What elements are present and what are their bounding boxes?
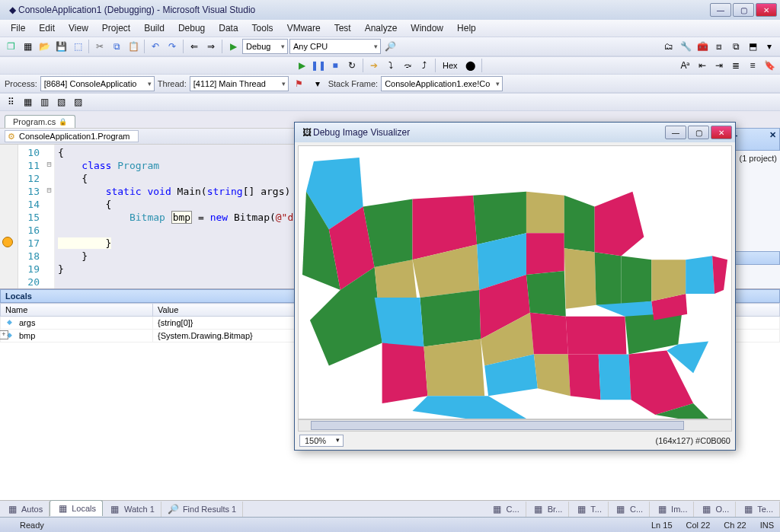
rtab[interactable]: ▦T... [569, 502, 609, 517]
svg-marker-20 [526, 233, 564, 275]
pixel-readout: (164x127) #C0B060 [656, 436, 730, 445]
rtab[interactable]: ▦Te... [736, 502, 780, 517]
menu-file[interactable]: File [5, 21, 31, 35]
breakpoints-icon[interactable]: ⬤ [463, 58, 478, 73]
thread-flag-icon[interactable]: ⚑ [292, 76, 307, 91]
platform-dropdown[interactable]: Any CPU [289, 39, 381, 54]
nav-fwd-icon[interactable]: ⇒ [203, 39, 219, 54]
zoom-dropdown[interactable]: 150% [299, 435, 344, 447]
tab-locals[interactable]: ▦Locals [50, 500, 103, 516]
minimize-button[interactable]: — [710, 3, 731, 17]
solution-config-dropdown[interactable]: Debug [242, 39, 288, 54]
text-editor-icon[interactable]: Aᵃ [678, 58, 693, 73]
cut-icon[interactable]: ✂ [92, 39, 107, 54]
menu-debug[interactable]: Debug [172, 21, 211, 35]
menu-project[interactable]: Project [96, 21, 136, 35]
pause-icon[interactable]: ❚❚ [311, 58, 326, 73]
menu-edit[interactable]: Edit [33, 21, 61, 35]
show-next-stmt-icon[interactable]: ➔ [366, 58, 382, 73]
rtab[interactable]: ▦Im... [650, 502, 694, 517]
bookmark-icon[interactable]: 🔖 [762, 58, 777, 73]
col-name[interactable]: Name [1, 304, 153, 317]
redo-icon[interactable]: ↷ [165, 39, 180, 54]
class-breadcrumb[interactable]: ConsoleApplication1.Program [5, 130, 139, 142]
visualizer-title: Debug Image Visualizer [313, 127, 665, 138]
save-all-icon[interactable]: ⬚ [70, 39, 85, 54]
debug-image-visualizer-window[interactable]: 🖼 Debug Image Visualizer — ▢ ✕ [294, 122, 736, 451]
visualizer-hscrollbar[interactable] [298, 419, 732, 432]
tab-program-cs[interactable]: Program.cs 🔒 [5, 115, 75, 128]
save-icon[interactable]: 💾 [53, 39, 69, 54]
step-out-icon[interactable]: ⤴ [417, 58, 432, 73]
tool-icon[interactable]: ▥ [37, 94, 52, 110]
stack-label: Stack Frame: [328, 79, 378, 88]
menu-window[interactable]: Window [404, 21, 449, 35]
tab-watch1[interactable]: ▦Watch 1 [103, 502, 161, 517]
tool-icon[interactable]: ▦ [20, 94, 35, 110]
outdent-icon[interactable]: ⇥ [711, 58, 727, 73]
visualizer-canvas[interactable] [298, 145, 732, 419]
indent-icon[interactable]: ⇤ [695, 58, 710, 73]
bottom-tabs: ▦Autos ▦Locals ▦Watch 1 🔎Find Results 1 … [0, 500, 780, 517]
tool-icon[interactable]: ▨ [70, 94, 85, 110]
more-icon[interactable]: ▾ [762, 39, 777, 54]
comment-icon[interactable]: ≣ [728, 58, 743, 73]
line-numbers: 1011121314151617181920 [18, 145, 44, 288]
rtab[interactable]: ▦Br... [526, 502, 570, 517]
stop-icon[interactable]: ■ [328, 58, 343, 73]
new-project-icon[interactable]: ❐ [3, 39, 18, 54]
add-item-icon[interactable]: ▦ [20, 39, 35, 54]
rtab[interactable]: ▦O... [694, 502, 736, 517]
menu-vmware[interactable]: VMware [281, 21, 327, 35]
hex-toggle[interactable]: Hex [439, 58, 462, 73]
menu-help[interactable]: Help [451, 21, 482, 35]
rtab[interactable]: ▦C... [609, 502, 650, 517]
tool-icon[interactable]: ▧ [53, 94, 69, 110]
menu-tools[interactable]: Tools [246, 21, 280, 35]
tab-autos[interactable]: ▦Autos [0, 502, 50, 517]
uncomment-icon[interactable]: ≡ [745, 58, 760, 73]
toolbox-icon[interactable]: 🧰 [695, 39, 710, 54]
viz-close-button[interactable]: ✕ [711, 126, 732, 139]
menu-data[interactable]: Data [213, 21, 244, 35]
properties-icon[interactable]: 🔧 [678, 39, 693, 54]
thread-dropdown[interactable]: [4112] Main Thread [190, 76, 289, 91]
continue-icon[interactable]: ▶ [294, 58, 309, 73]
start-debug-icon[interactable]: ▶ [225, 39, 241, 54]
copy-icon[interactable]: ⧉ [109, 39, 124, 54]
titlebar: ◆ ConsoleApplication1 (Debugging) - Micr… [0, 0, 780, 20]
tab-findresults[interactable]: 🔎Find Results 1 [161, 502, 243, 517]
maximize-button[interactable]: ▢ [733, 3, 754, 17]
nav-back-icon[interactable]: ⇐ [187, 39, 202, 54]
thread-filter-icon[interactable]: ▾ [310, 76, 325, 91]
app-icon: ◆ [6, 4, 18, 16]
var-bmp[interactable]: bmp [1, 330, 153, 342]
start-page-icon[interactable]: ⬒ [745, 39, 760, 54]
scroll-thumb[interactable] [311, 421, 684, 430]
open-file-icon[interactable]: 📂 [37, 39, 52, 54]
pin-icon[interactable]: 🔒 [59, 118, 67, 126]
window-controls: — ▢ ✕ [710, 3, 777, 17]
rtab[interactable]: ▦C... [485, 502, 526, 517]
paste-icon[interactable]: 📋 [126, 39, 141, 54]
menu-analyze[interactable]: Analyze [359, 21, 404, 35]
restart-icon[interactable]: ↻ [344, 58, 360, 73]
stackframe-dropdown[interactable]: ConsoleApplication1.exe!Co [381, 76, 503, 91]
process-dropdown[interactable]: [8684] ConsoleApplicatio [40, 76, 155, 91]
object-browser-icon[interactable]: ⧉ [728, 39, 743, 54]
viz-minimize-button[interactable]: — [665, 126, 686, 139]
viz-maximize-button[interactable]: ▢ [688, 126, 709, 139]
undo-icon[interactable]: ↶ [148, 39, 163, 54]
step-over-icon[interactable]: ⤼ [400, 58, 415, 73]
menu-build[interactable]: Build [138, 21, 171, 35]
find-icon[interactable]: 🔎 [382, 39, 398, 54]
panel-close-icon[interactable]: ✕ [769, 130, 776, 148]
menu-view[interactable]: View [62, 21, 94, 35]
step-into-icon[interactable]: ⤵ [383, 58, 398, 73]
close-button[interactable]: ✕ [756, 3, 777, 17]
solution-explorer-icon[interactable]: 🗂 [661, 39, 676, 54]
var-args[interactable]: args [1, 317, 153, 330]
current-statement-icon [2, 237, 13, 247]
class-view-icon[interactable]: ⧈ [711, 39, 727, 54]
menu-test[interactable]: Test [328, 21, 357, 35]
